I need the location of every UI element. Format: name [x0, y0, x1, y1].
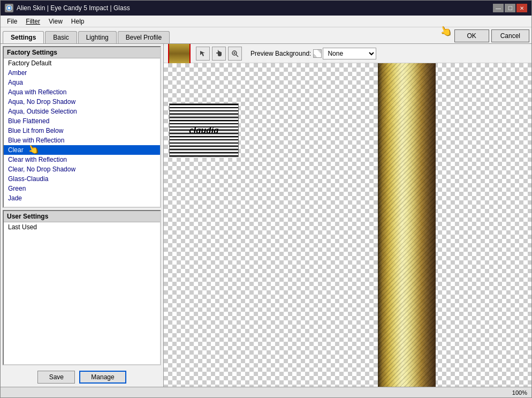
- list-item[interactable]: Glass-Claudia: [4, 174, 160, 184]
- thumbnail-preview: [168, 44, 191, 65]
- list-item[interactable]: Green: [4, 184, 160, 193]
- menu-bar: File Filter View Help: [1, 16, 531, 27]
- cancel-button[interactable]: Cancel: [491, 29, 529, 42]
- preset-section-label: Factory Settings: [4, 47, 160, 58]
- list-item[interactable]: Blue with Reflection: [4, 136, 160, 145]
- tab-lighting[interactable]: Lighting: [78, 31, 117, 43]
- title-bar-left: Alien Skin | Eye Candy 5 Impact | Glass: [5, 4, 130, 12]
- zoom-tool-button[interactable]: [228, 47, 242, 61]
- title-text: Alien Skin | Eye Candy 5 Impact | Glass: [17, 4, 130, 12]
- svg-line-2: [236, 55, 238, 57]
- preview-bg-dropdown[interactable]: None White Black Custom: [323, 48, 376, 59]
- zoom-level: 100%: [512, 389, 527, 396]
- save-button[interactable]: Save: [37, 371, 75, 384]
- list-item[interactable]: Amber: [4, 68, 160, 78]
- maximize-button[interactable]: ☐: [505, 4, 515, 12]
- list-item[interactable]: Aqua, Outside Selection: [4, 107, 160, 116]
- arrow-tool-button[interactable]: [196, 47, 210, 61]
- hand-tool-button[interactable]: [212, 47, 226, 61]
- tab-basic[interactable]: Basic: [45, 31, 77, 43]
- list-item-clear-selected[interactable]: Clear 👆: [4, 145, 160, 155]
- main-content: Factory Settings Factory Default Amber A…: [1, 44, 531, 387]
- bottom-buttons: Save Manage: [1, 367, 163, 387]
- list-item[interactable]: Clear with Reflection: [4, 155, 160, 164]
- user-settings-area: User Settings Last Used: [3, 210, 161, 365]
- preset-area: Factory Settings Factory Default Amber A…: [3, 46, 161, 208]
- preset-list[interactable]: Factory Default Amber Aqua Aqua with Ref…: [4, 58, 160, 207]
- minimize-button[interactable]: —: [493, 4, 504, 12]
- preview-toolbar: Preview Background: None White Black Cus…: [164, 44, 531, 63]
- close-button[interactable]: ✕: [516, 4, 527, 12]
- title-bar-controls: — ☐ ✕: [493, 4, 527, 12]
- list-item[interactable]: Jade: [4, 193, 160, 203]
- claudia-text-inner: claudia: [170, 104, 238, 156]
- app-icon: [5, 4, 13, 12]
- ok-button[interactable]: OK: [454, 29, 489, 42]
- list-item[interactable]: Blue Lit from Below: [4, 126, 160, 136]
- user-settings-label: User Settings: [4, 211, 160, 222]
- list-item[interactable]: Aqua: [4, 78, 160, 87]
- tab-bar: Settings Basic Lighting Bevel Profile 👆 …: [1, 27, 531, 44]
- preview-canvas: claudia: [164, 63, 531, 387]
- menu-view[interactable]: View: [44, 17, 67, 26]
- claudia-label: claudia: [189, 125, 218, 136]
- tab-settings[interactable]: Settings: [3, 31, 44, 43]
- left-panel: Factory Settings Factory Default Amber A…: [1, 44, 164, 387]
- title-bar: Alien Skin | Eye Candy 5 Impact | Glass …: [1, 1, 531, 16]
- menu-filter[interactable]: Filter: [21, 17, 44, 26]
- menu-help[interactable]: Help: [67, 17, 89, 26]
- manage-button[interactable]: Manage: [79, 371, 126, 384]
- tab-bevel-profile[interactable]: Bevel Profile: [118, 31, 170, 43]
- glass-preview-column: [378, 63, 436, 387]
- preview-bg-label: Preview Background:: [250, 50, 311, 57]
- preview-bg-swatch: [313, 49, 322, 58]
- list-item[interactable]: Aqua, No Drop Shadow: [4, 97, 160, 107]
- main-window: Alien Skin | Eye Candy 5 Impact | Glass …: [0, 0, 532, 398]
- list-item[interactable]: Factory Default: [4, 58, 160, 68]
- list-item[interactable]: Aqua with Reflection: [4, 87, 160, 97]
- right-panel: Preview Background: None White Black Cus…: [164, 44, 531, 387]
- claudia-text-preview: claudia: [169, 103, 239, 157]
- list-item[interactable]: Blue Flattened: [4, 116, 160, 126]
- status-bar: 100%: [1, 387, 531, 397]
- glass-stripes-overlay: [378, 63, 436, 387]
- preview-bg-selector: None White Black Custom: [313, 48, 376, 59]
- list-item[interactable]: Clear, No Drop Shadow: [4, 164, 160, 174]
- menu-file[interactable]: File: [3, 17, 21, 26]
- list-item-last-used[interactable]: Last Used: [4, 222, 160, 232]
